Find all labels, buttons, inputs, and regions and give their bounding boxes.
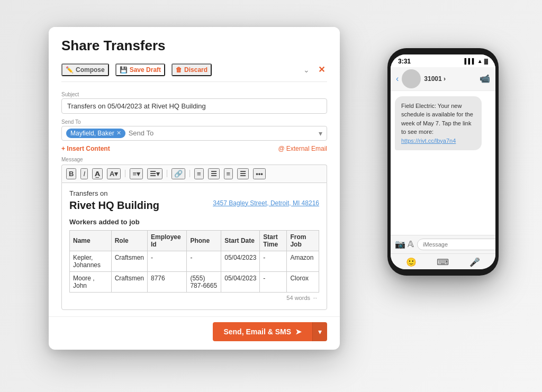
table-cell-1-1: Craftsmen bbox=[111, 271, 147, 292]
mic-icon[interactable]: 🎤 bbox=[469, 257, 480, 267]
col-header-name: Name bbox=[70, 230, 112, 251]
sms-message-bubble: Field Electric: Your new schedule is ava… bbox=[395, 96, 482, 151]
phone-messages: Field Electric: Your new schedule is ava… bbox=[391, 91, 495, 235]
workers-added-label: Workers added to job bbox=[69, 218, 319, 226]
recipient-chip-label: Mayfield, Baker bbox=[70, 130, 114, 137]
send-to-field-group: Send To Mayfield, Baker ✕ ▾ bbox=[61, 119, 327, 141]
msg-building-name: Rivet HQ Building bbox=[69, 199, 159, 212]
align-justify-button[interactable]: ☰ bbox=[237, 168, 249, 179]
align-right-button[interactable]: ≡ bbox=[224, 168, 233, 179]
camera-icon[interactable]: 📷 bbox=[395, 239, 405, 249]
phone-time: 3:31 bbox=[398, 58, 411, 65]
col-header-phone: Phone bbox=[187, 230, 221, 251]
table-cell-0-5: - bbox=[260, 251, 287, 271]
message-toolbar: B I A̲ A▾ ≡▾ ☰▾ 🔗 ≡ ☰ ≡ ☰ ••• bbox=[61, 165, 327, 183]
window-title: Share Transfers bbox=[61, 38, 327, 54]
phone-input-icons: 📷 𝔸 bbox=[395, 239, 414, 249]
message-body[interactable]: Transfers on Rivet HQ Building 3457 Bagl… bbox=[61, 183, 327, 310]
external-email-button[interactable]: @ External Email bbox=[278, 145, 327, 152]
toolbar-divider-3 bbox=[189, 170, 190, 177]
table-cell-1-6: Clorox bbox=[287, 271, 319, 292]
phone-imessage-input[interactable] bbox=[417, 239, 495, 250]
more-options-button[interactable]: ••• bbox=[253, 168, 266, 179]
discard-icon: 🗑 bbox=[176, 66, 182, 74]
battery-icon: ▓ bbox=[484, 58, 488, 64]
send-to-dropdown-icon[interactable]: ▾ bbox=[319, 129, 322, 138]
msg-building-row: Rivet HQ Building 3457 Bagley Street, De… bbox=[69, 199, 319, 213]
send-arrow-icon: ➤ bbox=[295, 327, 302, 336]
workers-table: Name Role Employee Id Phone Start Date S… bbox=[69, 230, 319, 293]
recipient-chip[interactable]: Mayfield, Baker ✕ bbox=[66, 129, 125, 138]
insert-content-button[interactable]: + Insert Content bbox=[61, 145, 110, 152]
phone-video-icon[interactable]: 📹 bbox=[480, 74, 490, 84]
phone-mockup: 3:31 ▌▌▌ ▲ ▓ ‹ 31001 › 📹 Field Electric:… bbox=[387, 48, 499, 276]
underline-button[interactable]: A̲ bbox=[92, 168, 103, 179]
table-cell-0-1: Craftsmen bbox=[111, 251, 147, 271]
phone-contact-name[interactable]: 31001 › bbox=[424, 75, 446, 83]
text-color-button[interactable]: A▾ bbox=[107, 168, 121, 179]
discard-button[interactable]: 🗑 Discard bbox=[171, 63, 212, 76]
chevron-down-icon: ▾ bbox=[318, 327, 322, 336]
phone-back-button[interactable]: ‹ bbox=[396, 74, 399, 84]
subject-label: Subject bbox=[61, 92, 327, 97]
save-draft-button[interactable]: 💾 Save Draft bbox=[115, 63, 165, 76]
send-to-label: Send To bbox=[61, 119, 327, 125]
table-header-row: Name Role Employee Id Phone Start Date S… bbox=[70, 230, 319, 251]
email-compose-window: Share Transfers ✏️ Compose 💾 Save Draft … bbox=[49, 27, 340, 350]
phone-avatar bbox=[402, 69, 421, 88]
col-header-start-date: Start Date bbox=[221, 230, 260, 251]
msg-address-link[interactable]: 3457 Bagley Street, Detroit, MI 48216 bbox=[213, 199, 319, 207]
table-cell-0-2: - bbox=[148, 251, 187, 271]
align-left-button[interactable]: ≡ bbox=[194, 168, 204, 179]
phone-status-bar: 3:31 ▌▌▌ ▲ ▓ bbox=[391, 54, 495, 67]
insert-row: + Insert Content @ External Email bbox=[61, 141, 327, 157]
table-cell-0-6: Amazon bbox=[287, 251, 319, 271]
send-to-input-row[interactable]: Mayfield, Baker ✕ ▾ bbox=[61, 126, 327, 141]
word-count: 54 words ↔ bbox=[69, 293, 319, 303]
sms-link[interactable]: https://rivt.cc/lbya7n4 bbox=[401, 138, 456, 144]
toolbar: ✏️ Compose 💾 Save Draft 🗑 Discard ⌄ ✕ bbox=[61, 60, 327, 82]
phone-header: ‹ 31001 › 📹 bbox=[391, 67, 495, 91]
compose-button[interactable]: ✏️ Compose bbox=[61, 63, 109, 76]
table-cell-1-2: 8776 bbox=[148, 271, 187, 292]
table-cell-1-3: (555) 787-6665 bbox=[187, 271, 221, 292]
phone-bottom-bar: 🙂 ⌨ 🎤 bbox=[391, 253, 495, 269]
pencil-icon: ✏️ bbox=[66, 66, 74, 74]
chevron-down-icon[interactable]: ⌄ bbox=[301, 65, 312, 75]
close-icon[interactable]: ✕ bbox=[316, 63, 327, 76]
bold-button[interactable]: B bbox=[66, 168, 76, 179]
save-icon: 💾 bbox=[120, 66, 128, 74]
subject-input[interactable]: Transfers on 05/04/2023 at Rivet HQ Buil… bbox=[61, 98, 327, 114]
at-icon: @ bbox=[278, 145, 284, 152]
phone-input-bar: 📷 𝔸 🎤 bbox=[391, 235, 495, 253]
col-header-from-job: From Job bbox=[287, 230, 319, 251]
subject-field-group: Subject Transfers on 05/04/2023 at Rivet… bbox=[61, 92, 327, 114]
table-row: Kepler, JohannesCraftsmen--05/04/2023-Am… bbox=[70, 251, 319, 271]
wifi-icon: ▲ bbox=[477, 58, 483, 64]
table-cell-0-0: Kepler, Johannes bbox=[70, 251, 112, 271]
message-label: Message bbox=[61, 157, 327, 162]
link-button[interactable]: 🔗 bbox=[171, 168, 185, 179]
align-center-button[interactable]: ☰ bbox=[208, 168, 220, 179]
send-email-sms-button[interactable]: Send, Email & SMS ➤ bbox=[213, 322, 312, 341]
col-header-role: Role bbox=[111, 230, 147, 251]
window-title-area: Share Transfers ✏️ Compose 💾 Save Draft … bbox=[49, 27, 340, 86]
send-to-search-input[interactable] bbox=[129, 129, 315, 137]
bullet-list-button[interactable]: ≡▾ bbox=[130, 168, 143, 179]
table-cell-0-3: - bbox=[187, 251, 221, 271]
chip-close-icon[interactable]: ✕ bbox=[116, 130, 121, 136]
send-dropdown-button[interactable]: ▾ bbox=[312, 322, 327, 341]
msg-transfers-on: Transfers on bbox=[69, 189, 319, 197]
sms-message-text: Field Electric: Your new schedule is ava… bbox=[401, 103, 473, 144]
italic-button[interactable]: I bbox=[80, 168, 88, 179]
keyboard-icon[interactable]: ⌨ bbox=[437, 257, 449, 267]
col-header-start-time: Start Time bbox=[260, 230, 287, 251]
table-cell-1-0: Moore , John bbox=[70, 271, 112, 292]
resize-handle[interactable]: ↔ bbox=[312, 295, 318, 301]
numbered-list-button[interactable]: ☰▾ bbox=[147, 168, 162, 179]
send-button-row: Send, Email & SMS ➤ ▾ bbox=[49, 316, 340, 350]
emoji-icon[interactable]: 🙂 bbox=[406, 257, 417, 267]
signal-icon: ▌▌▌ bbox=[465, 58, 476, 64]
apps-icon[interactable]: 𝔸 bbox=[408, 239, 414, 249]
table-cell-1-5: - bbox=[260, 271, 287, 292]
